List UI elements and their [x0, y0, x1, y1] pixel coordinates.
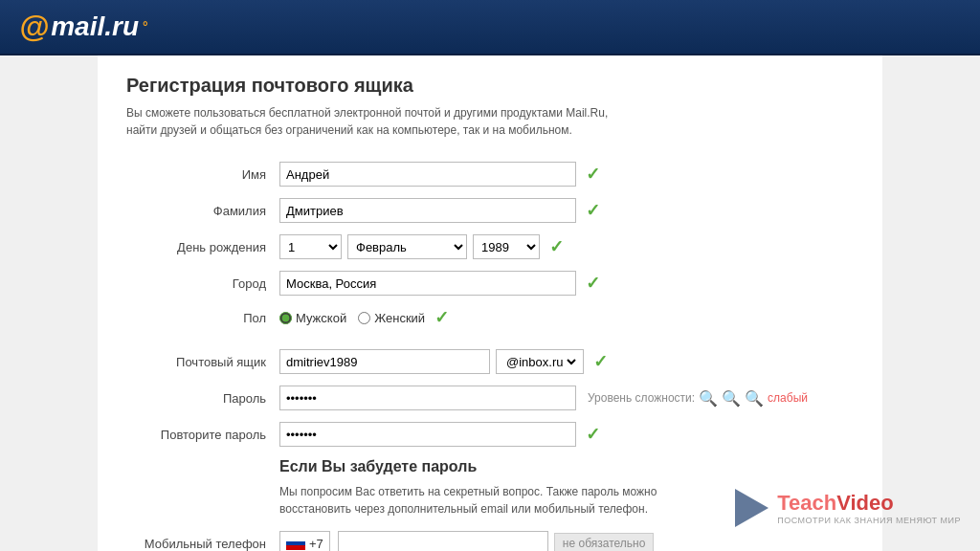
- gender-male-option[interactable]: Мужской: [279, 311, 346, 325]
- surname-row: Фамилия ✓: [126, 198, 854, 223]
- gender-female-option[interactable]: Женский: [358, 311, 425, 325]
- name-check-icon: ✓: [586, 164, 600, 185]
- svg-marker-0: [735, 489, 768, 527]
- name-input[interactable]: [279, 162, 576, 187]
- forgot-desc: Мы попросим Вас ответить на секретный во…: [279, 483, 681, 518]
- password-label: Пароль: [126, 391, 279, 406]
- email-check-icon: ✓: [593, 351, 608, 372]
- strength-icon-2: 🔍: [722, 389, 741, 408]
- domain-select[interactable]: @inbox.ru @mail.ru @bk.ru @list.ru: [502, 354, 579, 370]
- phone-row: Мобильный телефон +7 не обязательно: [126, 531, 854, 551]
- city-input[interactable]: [279, 271, 576, 296]
- teachvideo-tagline: ПОСМОТРИ КАК ЗНАНИЯ МЕНЯЮТ МИР: [777, 516, 961, 525]
- gender-field: Мужской Женский ✓: [279, 307, 449, 328]
- birthday-label: День рождения: [126, 240, 279, 254]
- strength-icon-3: 🔍: [745, 389, 764, 408]
- password-row: Пароль Уровень сложности: 🔍 🔍 🔍 слабый: [126, 386, 854, 410]
- teachvideo-watermark: TeachVideo ПОСМОТРИ КАК ЗНАНИЯ МЕНЯЮТ МИ…: [725, 484, 961, 532]
- confirm-label: Повторите пароль: [126, 428, 279, 442]
- gender-female-label: Женский: [374, 311, 425, 325]
- confirm-row: Повторите пароль ✓: [126, 422, 854, 447]
- phone-label: Мобильный телефон: [126, 537, 279, 551]
- teachvideo-logo-icon: [725, 484, 773, 532]
- gender-male-label: Мужской: [296, 311, 346, 325]
- surname-field: ✓: [279, 198, 600, 223]
- logo-superscript: °: [143, 19, 148, 34]
- phone-prefix-selector[interactable]: +7: [279, 531, 330, 551]
- city-check-icon: ✓: [586, 273, 600, 294]
- city-label: Город: [126, 276, 279, 291]
- flag-russia: [286, 537, 305, 550]
- password-input[interactable]: [279, 386, 576, 410]
- teachvideo-inner: TeachVideo ПОСМОТРИ КАК ЗНАНИЯ МЕНЯЮТ МИ…: [725, 484, 961, 532]
- gender-label: Пол: [126, 311, 279, 325]
- city-field: ✓: [279, 271, 600, 296]
- surname-check-icon: ✓: [586, 200, 600, 221]
- password-field: Уровень сложности: 🔍 🔍 🔍 слабый: [279, 386, 808, 410]
- strength-label: Уровень сложности:: [588, 391, 695, 405]
- forgot-title: Если Вы забудете пароль: [279, 458, 854, 475]
- phone-input[interactable]: [338, 531, 548, 551]
- name-label: Имя: [126, 167, 279, 182]
- optional-badge: не обязательно: [554, 533, 655, 551]
- birthday-check-icon: ✓: [549, 236, 564, 257]
- email-field: @inbox.ru @mail.ru @bk.ru @list.ru ✓: [279, 349, 608, 374]
- teachvideo-text: TeachVideo ПОСМОТРИ КАК ЗНАНИЯ МЕНЯЮТ МИ…: [777, 491, 961, 525]
- birthday-field: 12345 678910 1112131415 1617181920 21222…: [279, 234, 564, 259]
- year-select[interactable]: 198919881990: [473, 234, 540, 259]
- email-label: Почтовый ящик: [126, 355, 279, 369]
- surname-label: Фамилия: [126, 204, 279, 218]
- email-input[interactable]: [279, 349, 490, 374]
- confirm-input[interactable]: [279, 422, 576, 447]
- gender-row: Пол Мужской Женский ✓: [126, 307, 854, 328]
- surname-input[interactable]: [279, 198, 576, 223]
- name-field: ✓: [279, 162, 600, 187]
- phone-prefix-text: +7: [309, 537, 323, 551]
- page-title: Регистрация почтового ящика: [126, 75, 854, 97]
- name-row: Имя ✓: [126, 162, 854, 187]
- header: @ mail.ru °: [0, 0, 980, 55]
- gender-check-icon: ✓: [434, 307, 449, 328]
- strength-text: слабый: [768, 391, 808, 405]
- confirm-check-icon: ✓: [586, 424, 600, 445]
- city-row: Город ✓: [126, 271, 854, 296]
- strength-icon-1: 🔍: [699, 389, 718, 408]
- email-domain-selector[interactable]: @inbox.ru @mail.ru @bk.ru @list.ru: [496, 349, 584, 374]
- gender-male-radio[interactable]: [279, 312, 292, 324]
- gender-options: Мужской Женский: [279, 311, 425, 325]
- password-strength: Уровень сложности: 🔍 🔍 🔍 слабый: [588, 389, 808, 408]
- confirm-field: ✓: [279, 422, 600, 447]
- logo[interactable]: @ mail.ru °: [19, 10, 148, 45]
- main-content: Регистрация почтового ящика Вы сможете п…: [98, 55, 882, 551]
- logo-at: @: [19, 10, 49, 45]
- logo-text: mail.ru: [51, 11, 139, 42]
- birthday-row: День рождения 12345 678910 1112131415 16…: [126, 234, 854, 259]
- month-select[interactable]: ЯнварьФевральМарт АпрельМайИюнь ИюльАвгу…: [347, 234, 467, 259]
- day-select[interactable]: 12345 678910 1112131415 1617181920 21222…: [279, 234, 342, 259]
- phone-field: +7 не обязательно: [279, 531, 654, 551]
- teachvideo-name: TeachVideo: [777, 491, 961, 516]
- gender-female-radio[interactable]: [358, 312, 370, 324]
- page-description: Вы сможете пользоваться бесплатной элект…: [126, 104, 624, 139]
- email-row: Почтовый ящик @inbox.ru @mail.ru @bk.ru …: [126, 349, 854, 374]
